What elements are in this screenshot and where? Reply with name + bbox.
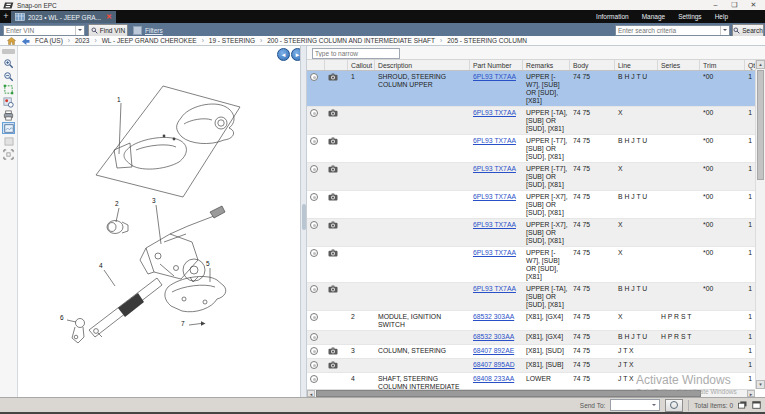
part-number-cell[interactable]: 6PL93 TX7AA xyxy=(470,247,523,282)
row-select-radio[interactable] xyxy=(310,73,318,81)
narrow-filter-input[interactable] xyxy=(312,48,400,59)
column-header-callout[interactable]: Callout xyxy=(348,60,375,70)
row-select-radio[interactable] xyxy=(310,137,318,145)
table-row[interactable]: 6PL93 TX7AAUPPER [-TA], [SUB] OR [SUD], … xyxy=(307,107,755,135)
row-select-cell[interactable] xyxy=(307,135,325,162)
row-select-radio[interactable] xyxy=(310,249,318,257)
illustration-panel[interactable]: 1234567 xyxy=(18,46,300,397)
camera-icon[interactable] xyxy=(328,251,338,258)
part-number-link[interactable]: 6PL93 TX7AA xyxy=(473,109,516,116)
part-number-link[interactable]: 6PL93 TX7AA xyxy=(473,285,516,292)
menu-help[interactable]: Help xyxy=(715,13,728,20)
camera-cell[interactable] xyxy=(325,163,348,190)
maximize-icon[interactable] xyxy=(725,0,744,9)
chevron-down-icon[interactable] xyxy=(720,26,729,35)
part-number-link[interactable]: 68408 233AA xyxy=(473,375,514,382)
part-number-cell[interactable]: 6PL93 TX7AA xyxy=(470,191,523,218)
breadcrumb-item[interactable]: 2023 xyxy=(75,37,89,44)
row-select-radio[interactable] xyxy=(310,333,318,341)
breadcrumb-item[interactable]: 205 - STEERING COLUMN xyxy=(447,37,527,44)
part-number-cell[interactable]: 6PL93 TX7AA xyxy=(470,135,523,162)
send-to-dropdown[interactable] xyxy=(610,399,660,411)
scroll-up-icon[interactable] xyxy=(756,60,765,69)
diagram-callout-5[interactable]: 5 xyxy=(206,260,210,267)
row-select-cell[interactable] xyxy=(307,331,325,344)
new-tab-button[interactable]: + xyxy=(1,11,11,22)
close-icon[interactable] xyxy=(744,0,763,9)
part-number-cell[interactable]: 68407 895AD xyxy=(470,359,523,372)
part-number-link[interactable]: 6PL93 TX7AA xyxy=(473,249,516,256)
full-frame-icon[interactable] xyxy=(2,148,15,160)
scroll-left-icon[interactable] xyxy=(307,390,315,397)
menu-manage[interactable]: Manage xyxy=(642,13,666,20)
menu-settings[interactable]: Settings xyxy=(678,13,702,20)
table-row[interactable]: 4SHAFT, STEERING COLUMN INTERMEDIATE6840… xyxy=(307,373,755,389)
scroll-down-icon[interactable] xyxy=(756,380,765,389)
camera-cell[interactable] xyxy=(325,191,348,218)
nav-prev-icon[interactable] xyxy=(277,48,290,61)
breadcrumb-item[interactable]: 200 - STEERING COLUMN AND INTERMEDIATE S… xyxy=(267,37,435,44)
filters-label[interactable]: Filters xyxy=(145,27,163,34)
camera-cell[interactable] xyxy=(325,107,348,134)
part-number-cell[interactable]: 68408 233AA xyxy=(470,373,523,389)
chevron-down-icon[interactable] xyxy=(650,400,659,410)
camera-icon[interactable] xyxy=(328,349,338,356)
vin-combo[interactable] xyxy=(3,25,85,36)
table-header[interactable]: CalloutDescriptionPart NumberRemarksBody… xyxy=(307,60,755,71)
filters-toggle[interactable]: Filters xyxy=(133,26,163,35)
row-select-cell[interactable] xyxy=(307,107,325,134)
diagram-callout-2[interactable]: 2 xyxy=(115,200,119,207)
catalog-tab[interactable]: 2023 • WL - JEEP GRA... ✕ xyxy=(11,11,116,23)
table-row[interactable]: 6PL93 TX7AAUPPER [-T7], [SUB] OR [SUD], … xyxy=(307,135,755,163)
camera-cell[interactable] xyxy=(325,345,348,358)
tab-close-icon[interactable]: ✕ xyxy=(106,13,112,21)
part-number-cell[interactable]: 68532 303AA xyxy=(470,311,523,330)
camera-cell[interactable] xyxy=(325,247,348,282)
table-row[interactable]: 2MODULE, IGNITION SWITCH68532 303AA[X81]… xyxy=(307,311,755,331)
copy-view-icon[interactable] xyxy=(2,135,15,147)
row-select-radio[interactable] xyxy=(310,193,318,201)
column-header-body[interactable]: Body xyxy=(570,60,615,70)
camera-cell[interactable] xyxy=(325,359,348,372)
diagram-callout-1[interactable]: 1 xyxy=(117,96,121,103)
part-number-link[interactable]: 6PL93 TX7AA xyxy=(473,137,516,144)
jump-icon[interactable] xyxy=(21,37,30,45)
part-number-cell[interactable]: 68532 303AA xyxy=(470,331,523,344)
chevron-down-icon[interactable] xyxy=(75,26,84,35)
row-select-radio[interactable] xyxy=(310,361,318,369)
print-icon[interactable] xyxy=(2,109,15,121)
camera-icon[interactable] xyxy=(328,139,338,146)
filters-checkbox-icon[interactable] xyxy=(133,26,142,35)
part-number-link[interactable]: 6PL93 TX7AA xyxy=(473,165,516,172)
row-select-cell[interactable] xyxy=(307,345,325,358)
row-select-cell[interactable] xyxy=(307,191,325,218)
fit-selection-icon[interactable] xyxy=(2,83,15,95)
column-header-part-number[interactable]: Part Number xyxy=(470,60,523,70)
table-row[interactable]: 3COLUMN, STEERING68407 892AE[X81], [SUD]… xyxy=(307,345,755,359)
send-button[interactable] xyxy=(665,399,683,412)
camera-icon[interactable] xyxy=(328,75,338,82)
table-row[interactable]: 6PL93 TX7AAUPPER [-TA], [SUB] OR [SUD], … xyxy=(307,283,755,311)
row-select-radio[interactable] xyxy=(310,375,318,383)
vertical-scroll-thumb[interactable] xyxy=(757,70,764,180)
table-row[interactable]: 6PL93 TX7AAUPPER [-X7], [SUB] OR [SUD], … xyxy=(307,219,755,247)
toolbar-grip[interactable] xyxy=(2,49,15,54)
expand-window-icon[interactable] xyxy=(752,401,761,409)
diagram-callout-6[interactable]: 6 xyxy=(60,314,64,321)
row-select-radio[interactable] xyxy=(310,221,318,229)
column-header-description[interactable]: Description xyxy=(375,60,470,70)
row-select-cell[interactable] xyxy=(307,71,325,106)
table-row[interactable]: 1SHROUD, STEERING COLUMN UPPER6PL93 TX7A… xyxy=(307,71,755,107)
cascade-windows-icon[interactable] xyxy=(738,401,747,409)
table-row[interactable]: 68532 303AA[X81], [GX4]74 75B H J T UH P… xyxy=(307,331,755,345)
panel-splitter[interactable] xyxy=(300,46,307,397)
part-number-cell[interactable]: 6PL93 TX7AA xyxy=(470,107,523,134)
vertical-scrollbar[interactable] xyxy=(755,60,765,389)
table-row[interactable]: 6PL93 TX7AAUPPER [-X7], [SUB] OR [SUD], … xyxy=(307,191,755,219)
part-number-link[interactable]: 6PL93 TX7AA xyxy=(473,221,516,228)
column-header-remarks[interactable]: Remarks xyxy=(523,60,570,70)
zoom-in-icon[interactable] xyxy=(2,57,15,69)
column-header-trim[interactable]: Trim xyxy=(700,60,745,70)
zoom-out-icon[interactable] xyxy=(2,70,15,82)
row-select-cell[interactable] xyxy=(307,163,325,190)
